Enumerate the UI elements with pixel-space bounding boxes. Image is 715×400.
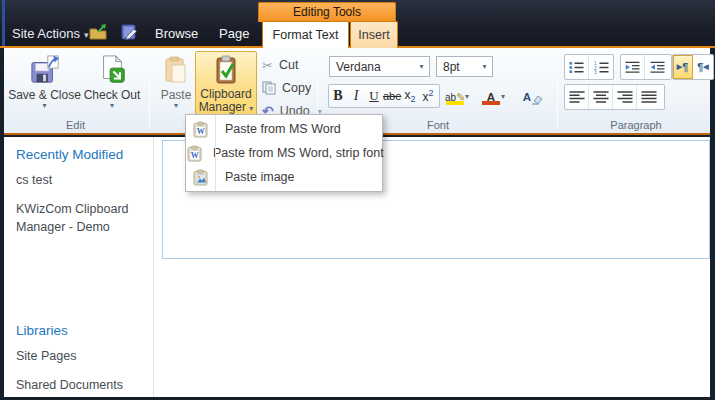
- paste-icon: [163, 55, 189, 85]
- justify-icon: [641, 91, 657, 103]
- site-actions-menu[interactable]: Site Actions▾: [12, 26, 88, 41]
- clipboard-manager-caret-icon: ▾: [249, 104, 253, 113]
- menu-item-paste-image[interactable]: Paste image: [186, 165, 382, 189]
- clear-format-a-text: A: [523, 91, 531, 103]
- numbered-list-button[interactable]: 1 2 3: [589, 55, 613, 79]
- direction-buttons-box: ▶¶ ¶◀: [672, 54, 714, 80]
- bullet-list-button[interactable]: [565, 55, 589, 79]
- check-out-button[interactable]: Check Out ▾: [81, 51, 143, 117]
- ltr-pilcrow: ¶: [682, 61, 688, 73]
- tab-page[interactable]: Page: [219, 26, 249, 41]
- edit-pencil-icon: [119, 22, 139, 42]
- align-left-button[interactable]: [565, 85, 589, 109]
- underline-button[interactable]: U: [365, 88, 383, 104]
- superscript-digit: 2: [428, 88, 433, 98]
- check-out-label: Check Out: [84, 88, 141, 102]
- paragraph-group-label: Paragraph: [558, 119, 714, 131]
- save-close-button[interactable]: Save & Close ▾: [10, 51, 79, 117]
- align-right-button[interactable]: [613, 85, 637, 109]
- outdent-button[interactable]: [621, 55, 645, 79]
- folder-up-icon: [88, 22, 108, 42]
- list-buttons-box: 1 2 3: [564, 54, 614, 80]
- ribbon-group-paragraph: 1 2 3: [558, 48, 714, 133]
- cut-icon: ✂: [262, 58, 273, 73]
- rtl-paragraph-button[interactable]: ¶◀: [693, 55, 713, 79]
- indent-icon: [650, 61, 665, 74]
- sidebar-item-shared-documents[interactable]: Shared Documents: [16, 376, 145, 394]
- sidebar-heading-recently-modified[interactable]: Recently Modified: [16, 147, 145, 162]
- font-size-value: 8pt: [437, 60, 477, 74]
- sidebar: Recently Modified cs test KWizCom Clipbo…: [4, 137, 154, 397]
- numbered-list-icon: 1 2 3: [594, 61, 609, 74]
- tab-format-text[interactable]: Format Text: [262, 21, 349, 48]
- align-left-icon: [569, 91, 585, 103]
- menu-item-paste-from-ms-word-strip-font[interactable]: W Paste from MS Word, strip font: [186, 141, 382, 165]
- font-family-select[interactable]: Verdana ▾: [329, 56, 430, 77]
- copy-label: Copy: [282, 81, 311, 95]
- sidebar-item-cs-test[interactable]: cs test: [16, 171, 145, 189]
- highlight-caret-icon: ▾: [465, 92, 469, 101]
- align-center-button[interactable]: [589, 85, 613, 109]
- subscript-button[interactable]: x2: [401, 88, 419, 104]
- paste-from-word-icon: W: [186, 121, 215, 138]
- bullet-list-icon: [569, 61, 584, 74]
- paste-image-icon: [186, 169, 215, 186]
- clear-format-icon: A: [517, 87, 537, 105]
- clear-format-button[interactable]: A: [517, 84, 543, 108]
- cut-button[interactable]: ✂ Cut: [262, 55, 298, 75]
- tab-insert[interactable]: Insert: [350, 21, 398, 48]
- font-color-caret-icon: ▾: [501, 92, 505, 101]
- font-family-caret-icon: ▾: [414, 62, 429, 71]
- svg-text:W: W: [191, 151, 199, 160]
- sidebar-section-libraries: Libraries Site Pages Shared Documents: [16, 323, 145, 400]
- sidebar-section-recently-modified: Recently Modified cs test KWizCom Clipbo…: [16, 147, 145, 247]
- edit-page-icon[interactable]: [119, 22, 139, 42]
- indent-button[interactable]: [645, 55, 669, 79]
- indent-buttons-box: [620, 54, 672, 80]
- clipboard-manager-dropdown-menu: W Paste from MS Word W Paste from MS Wor…: [185, 114, 383, 192]
- font-size-caret-icon: ▾: [477, 62, 492, 71]
- rtl-triangle-icon: ◀: [703, 63, 708, 71]
- paste-label: Paste: [161, 88, 192, 102]
- justify-button[interactable]: [637, 85, 661, 109]
- font-family-value: Verdana: [330, 60, 414, 74]
- font-size-select[interactable]: 8pt ▾: [436, 56, 493, 77]
- tab-browse[interactable]: Browse: [155, 26, 198, 41]
- clipboard-manager-label-text: Manager: [199, 100, 246, 114]
- font-color-icon: A: [481, 87, 501, 105]
- sidebar-heading-libraries[interactable]: Libraries: [16, 323, 145, 338]
- edit-group-label: Edit: [4, 119, 147, 131]
- highlight-color-icon: ab✎: [445, 87, 465, 105]
- paste-from-word-strip-font-icon: W: [186, 145, 203, 162]
- clipboard-manager-icon: [213, 55, 239, 85]
- clipboard-manager-button[interactable]: Clipboard Manager ▾: [195, 51, 257, 118]
- font-color-bar: [482, 101, 500, 105]
- font-format-strip: B I U abe x2 x2: [328, 84, 440, 108]
- highlight-color-bar: [446, 101, 464, 105]
- highlight-color-button[interactable]: ab✎ ▾: [445, 84, 469, 108]
- paste-button[interactable]: Paste ▾: [157, 51, 195, 117]
- outdent-icon: [625, 61, 640, 74]
- strikethrough-button[interactable]: abe: [383, 90, 401, 102]
- sidebar-item-kwizcom-demo[interactable]: KWizCom Clipboard Manager - Demo: [16, 200, 145, 236]
- save-close-icon: [30, 55, 60, 85]
- subscript-digit: 2: [410, 94, 415, 104]
- svg-text:3: 3: [594, 70, 597, 74]
- clipboard-manager-label-line2: Manager ▾: [199, 101, 254, 115]
- font-color-button[interactable]: A ▾: [481, 84, 505, 108]
- menu-item-paste-from-ms-word[interactable]: W Paste from MS Word: [186, 117, 382, 141]
- copy-icon: [262, 81, 276, 95]
- navigate-up-icon[interactable]: [88, 22, 108, 42]
- menu-item-label: Paste from MS Word: [225, 122, 341, 136]
- cut-label: Cut: [279, 58, 298, 72]
- align-center-icon: [593, 91, 609, 103]
- svg-text:W: W: [197, 127, 205, 136]
- copy-button[interactable]: Copy: [262, 78, 311, 98]
- sidebar-item-site-pages[interactable]: Site Pages: [16, 347, 145, 365]
- paste-caret-icon: ▾: [174, 103, 178, 109]
- ltr-paragraph-button[interactable]: ▶¶: [673, 55, 693, 79]
- superscript-button[interactable]: x2: [419, 88, 437, 104]
- italic-button[interactable]: I: [347, 88, 365, 104]
- bold-button[interactable]: B: [329, 88, 347, 104]
- alignment-buttons-box: [564, 84, 665, 110]
